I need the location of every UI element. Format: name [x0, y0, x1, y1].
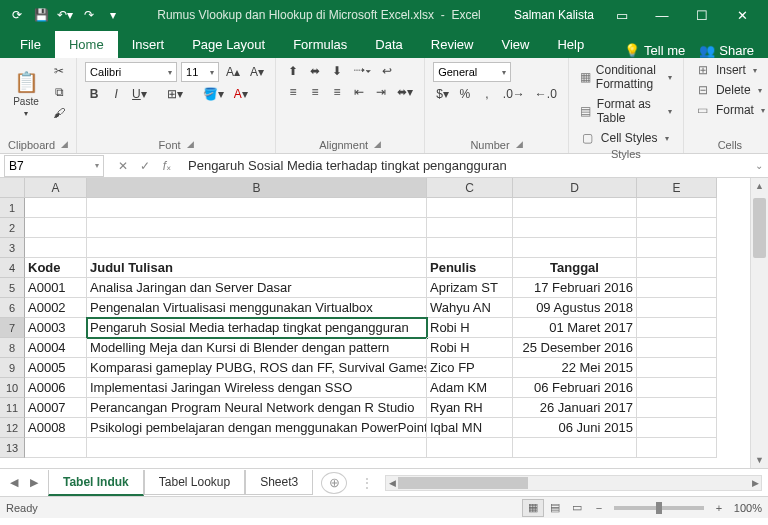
font-name-combo[interactable]: Calibri▾: [85, 62, 177, 82]
cell[interactable]: [427, 238, 513, 258]
ribbon-opts-icon[interactable]: ▭: [602, 0, 642, 30]
cell[interactable]: [637, 238, 717, 258]
cell[interactable]: [637, 318, 717, 338]
cell[interactable]: [637, 298, 717, 318]
dialog-launcher-icon[interactable]: ◢: [187, 139, 194, 151]
cell[interactable]: [637, 438, 717, 458]
cell[interactable]: Zico FP: [427, 358, 513, 378]
scroll-thumb[interactable]: [398, 477, 528, 489]
comma-button[interactable]: ,: [478, 85, 496, 103]
align-middle-button[interactable]: ⬌: [306, 62, 324, 80]
cell[interactable]: Perancangan Program Neural Network denga…: [87, 398, 427, 418]
redo-icon[interactable]: ↷: [78, 4, 100, 26]
cancel-formula-icon[interactable]: ✕: [112, 156, 134, 176]
new-sheet-button[interactable]: ⊕: [321, 472, 347, 494]
cell[interactable]: Iqbal MN: [427, 418, 513, 438]
row-header[interactable]: 8: [0, 338, 25, 358]
merge-button[interactable]: ⬌▾: [394, 83, 416, 101]
col-header[interactable]: C: [427, 178, 513, 197]
cell[interactable]: Modelling Meja dan Kursi di Blender deng…: [87, 338, 427, 358]
underline-button[interactable]: U▾: [129, 85, 150, 103]
close-button[interactable]: ✕: [722, 0, 762, 30]
grow-font-button[interactable]: A▴: [223, 63, 243, 81]
row-header[interactable]: 9: [0, 358, 25, 378]
cell[interactable]: [637, 398, 717, 418]
share-button[interactable]: 👥 Share: [699, 43, 754, 58]
tellme-button[interactable]: 💡 Tell me: [624, 43, 685, 58]
italic-button[interactable]: I: [107, 85, 125, 103]
align-left-button[interactable]: ≡: [284, 83, 302, 101]
cell[interactable]: [87, 198, 427, 218]
cell[interactable]: Robi H: [427, 338, 513, 358]
zoom-level[interactable]: 100%: [734, 502, 762, 514]
row-header[interactable]: 10: [0, 378, 25, 398]
tab-view[interactable]: View: [487, 31, 543, 58]
cell[interactable]: 09 Agustus 2018: [513, 298, 637, 318]
name-box[interactable]: B7▾: [4, 155, 104, 177]
cell[interactable]: 26 Januari 2017: [513, 398, 637, 418]
number-format-combo[interactable]: General▾: [433, 62, 511, 82]
page-layout-view-button[interactable]: ▤: [544, 499, 566, 517]
sheet-nav-prev-icon[interactable]: ◀: [4, 473, 24, 493]
row-header[interactable]: 12: [0, 418, 25, 438]
conditional-formatting-button[interactable]: ▦Conditional Formatting▾: [577, 62, 675, 92]
col-header[interactable]: E: [637, 178, 717, 197]
delete-cells-button[interactable]: ⊟Delete▾: [692, 82, 768, 98]
cell[interactable]: Kode: [25, 258, 87, 278]
cell[interactable]: [513, 218, 637, 238]
cell[interactable]: [637, 258, 717, 278]
cell[interactable]: [637, 198, 717, 218]
vertical-scrollbar[interactable]: ▲ ▼: [750, 178, 768, 468]
cell[interactable]: [427, 438, 513, 458]
tab-home[interactable]: Home: [55, 31, 118, 58]
indent-inc-button[interactable]: ⇥: [372, 83, 390, 101]
cell[interactable]: [87, 238, 427, 258]
indent-dec-button[interactable]: ⇤: [350, 83, 368, 101]
tab-insert[interactable]: Insert: [118, 31, 179, 58]
formula-input[interactable]: Pengaruh Sosial Media terhadap tingkat p…: [182, 158, 750, 173]
fx-icon[interactable]: fₓ: [156, 156, 178, 176]
align-bottom-button[interactable]: ⬇: [328, 62, 346, 80]
maximize-button[interactable]: ☐: [682, 0, 722, 30]
bold-button[interactable]: B: [85, 85, 103, 103]
cell[interactable]: [427, 218, 513, 238]
fill-color-button[interactable]: 🪣▾: [200, 85, 227, 103]
qat-custom-icon[interactable]: ▾: [102, 4, 124, 26]
align-top-button[interactable]: ⬆: [284, 62, 302, 80]
cell[interactable]: [637, 278, 717, 298]
cell[interactable]: A0003: [25, 318, 87, 338]
enter-formula-icon[interactable]: ✓: [134, 156, 156, 176]
cell[interactable]: [637, 378, 717, 398]
cell[interactable]: [637, 418, 717, 438]
select-all-corner[interactable]: [0, 178, 25, 198]
row-header[interactable]: 11: [0, 398, 25, 418]
align-right-button[interactable]: ≡: [328, 83, 346, 101]
row-header[interactable]: 4: [0, 258, 25, 278]
cell[interactable]: [87, 438, 427, 458]
align-center-button[interactable]: ≡: [306, 83, 324, 101]
cell[interactable]: A0001: [25, 278, 87, 298]
cell[interactable]: A0005: [25, 358, 87, 378]
cell[interactable]: [25, 438, 87, 458]
expand-fx-icon[interactable]: ⌄: [750, 160, 768, 171]
save-icon[interactable]: 💾: [30, 4, 52, 26]
shrink-font-button[interactable]: A▾: [247, 63, 267, 81]
cell[interactable]: 01 Maret 2017: [513, 318, 637, 338]
orientation-button[interactable]: ⭬▾: [350, 62, 374, 80]
cell[interactable]: A0002: [25, 298, 87, 318]
tab-review[interactable]: Review: [417, 31, 488, 58]
scroll-right-icon[interactable]: ▶: [749, 476, 761, 490]
dialog-launcher-icon[interactable]: ◢: [516, 139, 523, 151]
scroll-up-icon[interactable]: ▲: [751, 178, 768, 194]
copy-button[interactable]: ⧉: [50, 83, 68, 101]
minimize-button[interactable]: —: [642, 0, 682, 30]
scroll-down-icon[interactable]: ▼: [751, 452, 768, 468]
cell[interactable]: Penulis: [427, 258, 513, 278]
row-header[interactable]: 2: [0, 218, 25, 238]
dec-decimal-button[interactable]: ←.0: [532, 85, 560, 103]
horizontal-scrollbar[interactable]: ◀ ▶: [385, 475, 762, 491]
dialog-launcher-icon[interactable]: ◢: [61, 139, 68, 151]
cell[interactable]: Psikologi pembelajaran dengan menggunaka…: [87, 418, 427, 438]
cell[interactable]: Wahyu AN: [427, 298, 513, 318]
cell[interactable]: 06 Februari 2016: [513, 378, 637, 398]
